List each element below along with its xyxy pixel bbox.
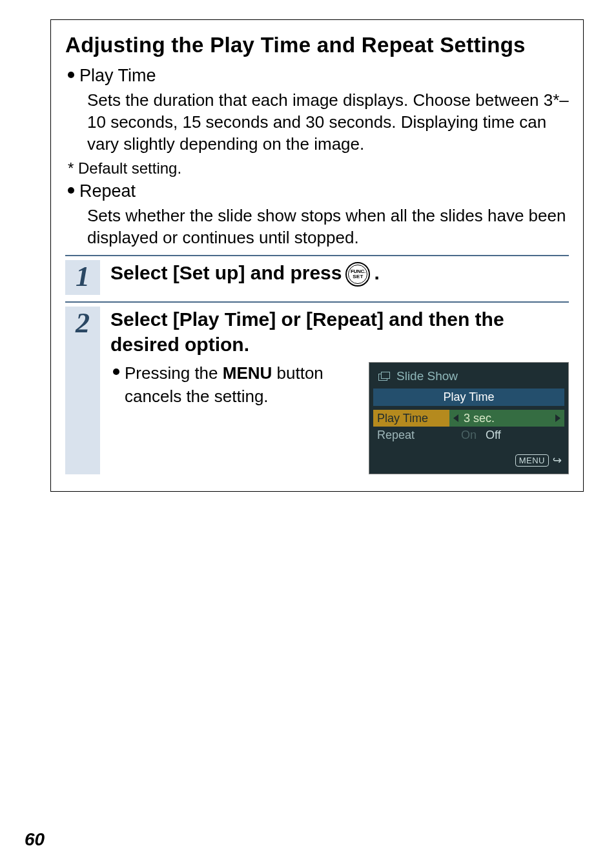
step-2-heading: Select [Play Time] or [Repeat] and then … <box>110 307 569 357</box>
back-arrow-icon: ↩ <box>553 454 562 467</box>
lcd-repeat-row: Repeat On Off <box>373 427 564 443</box>
slide-show-icon <box>378 372 390 381</box>
bullet-dot-icon <box>68 187 74 194</box>
lcd-footer: MENU ↩ <box>369 443 568 469</box>
lcd-row-label: Repeat <box>373 429 449 442</box>
func-icon-bot: SET <box>353 274 363 279</box>
func-set-icon: FUNC. SET <box>345 262 370 287</box>
bullet-repeat: Repeat <box>65 180 569 203</box>
bullet-dot-icon <box>113 368 119 375</box>
lcd-play-time-value: 3 sec. <box>464 412 495 425</box>
step-2-note-text: Pressing the MENU button cancels the set… <box>125 362 357 407</box>
page-number: 60 <box>25 829 45 850</box>
step-number: 1 <box>65 260 100 295</box>
repeat-off-option: Off <box>486 429 501 442</box>
default-footnote: * Default setting. <box>68 159 569 177</box>
triangle-left-icon <box>453 414 458 422</box>
bullet-dot-icon <box>68 72 74 78</box>
step-1-text-b: . <box>374 260 379 285</box>
note-part-a: Pressing the <box>125 363 223 383</box>
bullet-label: Repeat <box>79 180 136 203</box>
bullet-play-time: Play Time <box>65 65 569 87</box>
lcd-section-header: Play Time <box>373 389 564 406</box>
lcd-title: Slide Show <box>396 369 458 383</box>
step-1-heading: Select [Set up] and press FUNC. SET . <box>110 260 569 285</box>
step-2-heading-text: Select [Play Time] or [Repeat] and then … <box>110 307 569 357</box>
menu-word: MENU <box>223 363 272 383</box>
camera-lcd-screenshot: Slide Show Play Time Play Time 3 sec. <box>369 362 569 474</box>
section-title: Adjusting the Play Time and Repeat Setti… <box>65 32 569 58</box>
bullet-label: Play Time <box>79 65 156 87</box>
step-1-text-a: Select [Set up] and press <box>110 260 342 285</box>
triangle-right-icon <box>555 414 560 422</box>
lcd-row-label: Play Time <box>373 412 449 425</box>
step-1-row: 1 Select [Set up] and press FUNC. SET . <box>65 255 569 301</box>
repeat-description: Sets whether the slide show stops when a… <box>87 205 569 249</box>
play-time-description: Sets the duration that each image displa… <box>87 90 569 155</box>
lcd-title-row: Slide Show <box>369 363 568 389</box>
lcd-play-time-row: Play Time 3 sec. <box>373 410 564 427</box>
step-2-note: Pressing the MENU button cancels the set… <box>110 362 357 407</box>
step-2-row: 2 Select [Play Time] or [Repeat] and the… <box>65 301 569 481</box>
step-number: 2 <box>65 307 100 474</box>
lcd-row-value: 3 sec. <box>449 410 564 427</box>
menu-button-label: MENU <box>515 454 549 467</box>
repeat-on-option: On <box>461 429 477 442</box>
